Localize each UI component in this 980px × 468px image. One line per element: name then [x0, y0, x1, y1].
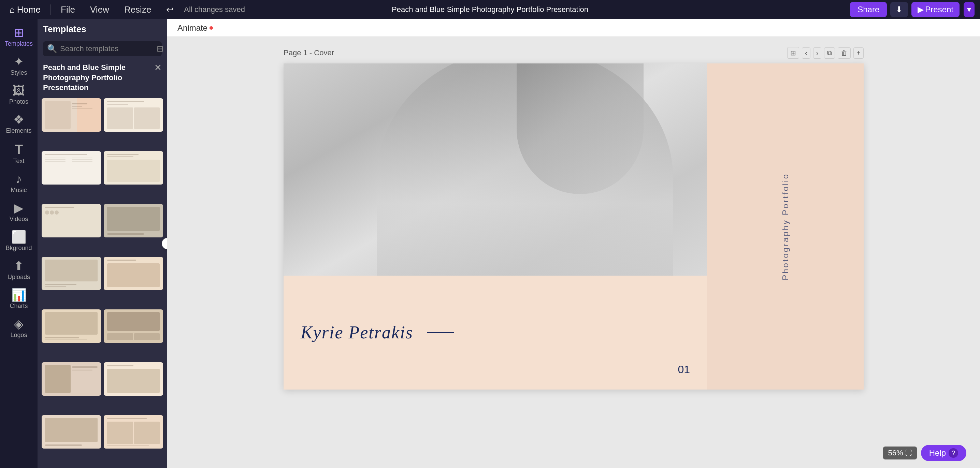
- sidebar-item-photos[interactable]: 🖼 Photos: [0, 80, 38, 109]
- topbar-left: ⌂ Home File View Resize ↩ All changes sa…: [5, 2, 245, 17]
- search-bar: 🔍 ⊟: [43, 41, 162, 56]
- sidebar-label-background: Bkground: [5, 244, 32, 252]
- autosave-status: All changes saved: [184, 5, 245, 14]
- templates-header: Templates 🔍 ⊟: [38, 19, 167, 62]
- topbar-separator: [50, 5, 51, 15]
- filter-icon[interactable]: ⊟: [157, 44, 164, 54]
- template-grid: [38, 95, 167, 468]
- template-thumbnail-2[interactable]: [104, 98, 163, 132]
- template-thumbnail-1[interactable]: [41, 98, 101, 132]
- animate-indicator: [210, 26, 213, 30]
- add-page-button[interactable]: +: [853, 48, 864, 59]
- help-button[interactable]: Help ?: [921, 445, 966, 461]
- sidebar-item-background[interactable]: ⬜ Bkground: [0, 226, 38, 255]
- sidebar-label-text: Text: [13, 158, 24, 165]
- copy-page-button[interactable]: ⧉: [824, 48, 835, 59]
- file-menu[interactable]: File: [56, 2, 80, 17]
- main-layout: ⊞ Templates ✦ Styles 🖼 Photos ❖ Elements…: [0, 19, 980, 468]
- page-label: Page 1 - Cover: [283, 48, 334, 57]
- slide-page-number: 01: [678, 363, 690, 376]
- templates-panel-title: Templates: [43, 24, 86, 38]
- template-thumbnail-3[interactable]: [41, 151, 101, 184]
- home-button[interactable]: ⌂ Home: [5, 2, 45, 17]
- download-icon: ⬇: [896, 5, 902, 14]
- videos-icon: ▶: [14, 202, 24, 214]
- undo-icon: ↩: [166, 5, 174, 15]
- sidebar-label-elements: Elements: [6, 127, 32, 135]
- sidebar-label-styles: Styles: [10, 69, 27, 76]
- grid-view-button[interactable]: ⊞: [787, 47, 799, 59]
- present-button[interactable]: ▶ Present: [912, 2, 959, 17]
- template-thumbnail-8[interactable]: [104, 257, 163, 290]
- help-icon: ?: [948, 448, 958, 458]
- template-thumbnail-6[interactable]: [104, 204, 163, 237]
- sidebar-item-videos[interactable]: ▶ Videos: [0, 197, 38, 226]
- elements-icon: ❖: [13, 114, 24, 126]
- page-controls: ⊞ ‹ › ⧉ 🗑 +: [787, 47, 864, 59]
- sidebar-label-uploads: Uploads: [8, 274, 30, 281]
- home-icon: ⌂: [10, 5, 15, 15]
- sidebar-label-photos: Photos: [9, 98, 28, 105]
- background-icon: ⬜: [11, 231, 27, 243]
- text-icon: T: [15, 143, 23, 156]
- sidebar-label-videos: Videos: [10, 216, 28, 223]
- logos-icon: ◈: [14, 318, 24, 330]
- template-thumbnail-7[interactable]: [41, 257, 101, 290]
- search-input[interactable]: [60, 44, 154, 53]
- page-label-row: Page 1 - Cover ⊞ ‹ › ⧉ 🗑 +: [283, 47, 864, 59]
- share-button[interactable]: Share: [850, 2, 887, 17]
- canvas-area: Animate Page 1 - Cover ⊞ ‹ › ⧉ 🗑 +: [167, 19, 980, 468]
- bottom-bar: 56% ⛶ Help ?: [883, 445, 966, 461]
- zoom-level: 56% ⛶: [883, 446, 916, 460]
- help-label: Help: [929, 448, 946, 458]
- home-label: Home: [17, 5, 41, 15]
- photos-icon: 🖼: [13, 85, 25, 97]
- sidebar-item-charts[interactable]: 📊 Charts: [0, 284, 38, 313]
- templates-panel: Templates 🔍 ⊟ Peach and Blue Simple Phot…: [38, 19, 167, 468]
- delete-page-button[interactable]: 🗑: [838, 48, 851, 59]
- sidebar-item-styles[interactable]: ✦ Styles: [0, 51, 38, 80]
- template-thumbnail-5[interactable]: [41, 204, 101, 237]
- template-thumbnail-13[interactable]: [41, 415, 101, 449]
- undo-button[interactable]: ↩: [161, 2, 178, 17]
- topbar: ⌂ Home File View Resize ↩ All changes sa…: [0, 0, 980, 19]
- close-panel-button[interactable]: ✕: [151, 62, 162, 73]
- uploads-icon: ⬆: [14, 260, 24, 272]
- view-menu[interactable]: View: [85, 2, 114, 17]
- slide-canvas[interactable]: Kyrie Petrakis 01 Photography Portfolio: [283, 63, 864, 390]
- sidebar-item-elements[interactable]: ❖ Elements: [0, 109, 38, 138]
- template-thumbnail-12[interactable]: [104, 362, 163, 396]
- zoom-expand-button[interactable]: ⛶: [905, 449, 912, 457]
- present-label: Present: [925, 5, 953, 14]
- charts-icon: 📊: [11, 289, 27, 301]
- slide-person-name: Kyrie Petrakis: [301, 322, 413, 343]
- presentation-title: Peach and Blue Simple Photography Portfo…: [43, 62, 151, 93]
- template-thumbnail-9[interactable]: [41, 309, 101, 343]
- sidebar: ⊞ Templates ✦ Styles 🖼 Photos ❖ Elements…: [0, 19, 38, 468]
- template-thumbnail-11[interactable]: [41, 362, 101, 396]
- prev-page-button[interactable]: ‹: [802, 48, 810, 59]
- sidebar-label-logos: Logos: [10, 332, 27, 339]
- slide-name-area: Kyrie Petrakis 01: [283, 276, 707, 390]
- sidebar-label-charts: Charts: [10, 303, 28, 310]
- present-dropdown-button[interactable]: ▾: [964, 2, 975, 17]
- document-title: Peach and Blue Simple Photography Portfo…: [392, 5, 588, 14]
- sidebar-label-templates: Templates: [5, 40, 33, 48]
- template-thumbnail-4[interactable]: [104, 151, 163, 184]
- download-button[interactable]: ⬇: [890, 2, 908, 17]
- animate-button[interactable]: Animate: [174, 21, 216, 35]
- animate-label: Animate: [177, 23, 207, 33]
- sidebar-item-music[interactable]: ♪ Music: [0, 168, 38, 197]
- sidebar-item-text[interactable]: T Text: [0, 138, 38, 168]
- resize-menu[interactable]: Resize: [119, 2, 156, 17]
- next-page-button[interactable]: ›: [813, 48, 822, 59]
- search-icon: 🔍: [47, 44, 57, 54]
- sidebar-item-templates[interactable]: ⊞ Templates: [0, 22, 38, 51]
- slide-image-area: Kyrie Petrakis 01: [283, 63, 707, 390]
- slide-name-divider: [427, 332, 454, 333]
- template-thumbnail-10[interactable]: [104, 309, 163, 343]
- template-thumbnail-14[interactable]: [104, 415, 163, 449]
- canvas-toolbar: Animate: [167, 19, 980, 37]
- sidebar-item-uploads[interactable]: ⬆ Uploads: [0, 255, 38, 284]
- sidebar-item-logos[interactable]: ◈ Logos: [0, 313, 38, 342]
